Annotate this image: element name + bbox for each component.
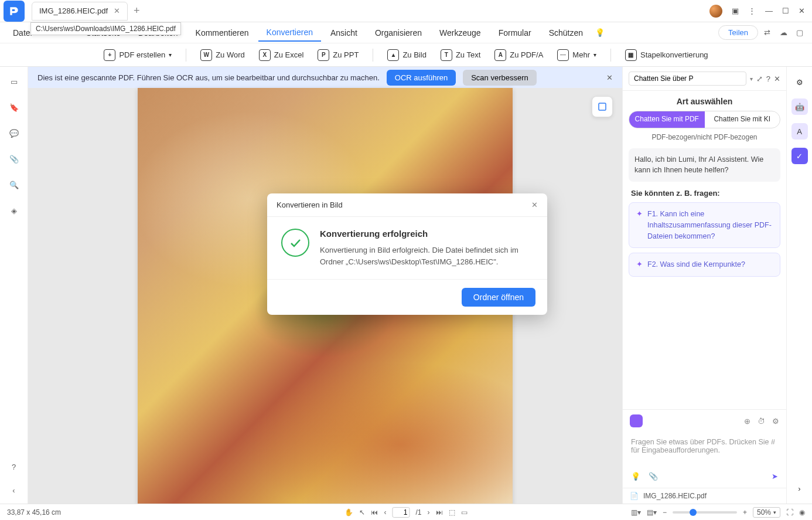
to-pdfa-tool[interactable]: AZu PDF/A: [494, 49, 543, 61]
menu-view[interactable]: Ansicht: [322, 25, 366, 41]
select-tool-icon[interactable]: ↖: [359, 508, 365, 516]
chat-pdf-toggle[interactable]: Chatten Sie mit PDF: [629, 111, 705, 128]
sparkle-icon: ✦: [636, 209, 643, 242]
menu-protect[interactable]: Schützen: [541, 25, 591, 41]
app-logo[interactable]: [4, 1, 25, 22]
window-maximize-icon[interactable]: ☐: [782, 6, 789, 15]
idea-icon[interactable]: 💡: [631, 472, 640, 481]
search-icon[interactable]: 🔍: [8, 178, 21, 191]
history-icon[interactable]: ⏱: [758, 417, 765, 426]
thumbnail-icon[interactable]: ▭: [8, 75, 21, 88]
expand-icon[interactable]: ⤢: [756, 74, 763, 83]
document-tab[interactable]: IMG_1286.HEIC.pdf ✕: [32, 2, 128, 21]
reading-mode-icon[interactable]: ◉: [799, 508, 805, 516]
ai-suggestion-1[interactable]: ✦F1. Kann ich eine Inhaltszusammenfassun…: [629, 202, 780, 248]
run-ocr-button[interactable]: OCR ausführen: [387, 70, 456, 86]
collapse-left-icon[interactable]: ‹: [8, 484, 21, 497]
fit-page-icon[interactable]: ⬚: [449, 508, 455, 516]
menu-organize[interactable]: Organisieren: [367, 25, 430, 41]
ai-search-input[interactable]: [629, 72, 746, 86]
first-page-icon[interactable]: ⏮: [371, 508, 378, 516]
window-close-icon[interactable]: ✕: [799, 6, 805, 15]
chevron-down-icon[interactable]: ▾: [750, 76, 753, 82]
menu-tools[interactable]: Werkzeuge: [431, 25, 489, 41]
ai-suggestion-2[interactable]: ✦F2. Was sind die Kernpunkte?: [629, 253, 780, 277]
ai-close-icon[interactable]: ✕: [774, 74, 780, 83]
convert-toolbar: +PDF erstellen▾ WZu Word XZu Excel PZu P…: [0, 43, 812, 67]
collapse-right-icon[interactable]: ›: [791, 480, 808, 497]
attach-icon[interactable]: 📎: [649, 472, 658, 481]
ocr-message: Dies ist eine gescannte PDF. Führen Sie …: [37, 73, 380, 82]
next-page-icon[interactable]: ›: [428, 508, 430, 516]
to-word-tool[interactable]: WZu Word: [200, 49, 245, 61]
user-avatar[interactable]: [709, 5, 722, 18]
attachment-icon[interactable]: 📎: [8, 152, 21, 165]
cloud-upload-icon[interactable]: ☁: [776, 25, 791, 40]
insert-icon[interactable]: ⊕: [744, 417, 750, 426]
share-network-icon[interactable]: ⇄: [759, 25, 775, 40]
conversion-success-dialog: Konvertieren in Bild ✕ Konvertierung erf…: [267, 193, 547, 315]
zoom-in-icon[interactable]: +: [743, 508, 747, 516]
fit-width-icon[interactable]: ▭: [461, 508, 468, 516]
create-pdf-tool[interactable]: +PDF erstellen▾: [104, 49, 172, 61]
page-number-input[interactable]: [392, 507, 410, 518]
view-mode-icon[interactable]: ▥▾: [631, 508, 641, 516]
to-ppt-tool[interactable]: PZu PPT: [318, 49, 359, 61]
layers-icon[interactable]: ◈: [8, 204, 21, 217]
ai-input-field[interactable]: Fragen Sie etwas über PDFs. Drücken Sie …: [623, 432, 786, 467]
last-page-icon[interactable]: ⏭: [436, 508, 443, 516]
ai-attached-file[interactable]: 📄 IMG_1286.HEIC.pdf: [623, 488, 786, 504]
ocr-banner: Dies ist eine gescannte PDF. Führen Sie …: [28, 67, 622, 88]
comment-icon[interactable]: 💬: [8, 127, 21, 140]
settings-icon[interactable]: ⚙: [772, 417, 779, 426]
right-sidebar: ⚙ 🤖 A ✓ ›: [786, 67, 812, 504]
share-button[interactable]: Teilen: [718, 25, 758, 40]
dialog-close-icon[interactable]: ✕: [531, 200, 538, 209]
hand-tool-icon[interactable]: ✋: [344, 508, 353, 516]
window-menu-icon[interactable]: ⋮: [748, 6, 756, 15]
window-minimize-icon[interactable]: —: [765, 6, 773, 15]
ai-translate-icon[interactable]: A: [791, 123, 808, 140]
menu-form[interactable]: Formular: [490, 25, 540, 41]
more-tool[interactable]: ⋯Mehr▾: [557, 49, 596, 61]
new-tab-button[interactable]: +: [134, 5, 140, 17]
ai-robot-icon[interactable]: 🤖: [791, 98, 808, 115]
ai-subtitle: PDF-bezogen/nicht PDF-bezogen: [623, 128, 786, 148]
close-banner-icon[interactable]: ✕: [606, 73, 613, 82]
ai-check-icon[interactable]: ✓: [791, 148, 808, 164]
success-check-icon: [281, 229, 309, 257]
help-icon[interactable]: ?: [8, 460, 21, 473]
to-image-tool[interactable]: ▲Zu Bild: [387, 49, 426, 61]
send-icon[interactable]: ➤: [772, 472, 778, 481]
layout-icon[interactable]: ▤▾: [647, 508, 657, 516]
open-folder-button[interactable]: Ordner öffnen: [462, 288, 535, 307]
menu-comment[interactable]: Kommentieren: [187, 25, 257, 41]
zoom-out-icon[interactable]: −: [663, 508, 667, 516]
toolbar-separator: [373, 49, 373, 62]
sparkle-icon: ✦: [636, 259, 643, 270]
statusbar: 33,87 x 45,16 cm ✋ ↖ ⏮ ‹ /1 › ⏭ ⬚ ▭ ▥▾ ▤…: [0, 504, 812, 520]
improve-scan-button[interactable]: Scan verbessern: [463, 70, 537, 86]
dialog-title: Konvertieren in Bild: [277, 200, 343, 209]
zoom-slider[interactable]: [673, 511, 737, 514]
fullscreen-icon[interactable]: ⛶: [786, 508, 793, 516]
ai-help-icon[interactable]: ?: [766, 74, 770, 83]
left-sidebar: ▭ 🔖 💬 📎 🔍 ◈ ? ‹: [0, 67, 28, 504]
to-text-tool[interactable]: TZu Text: [441, 49, 480, 61]
zoom-select[interactable]: 50%▾: [753, 507, 780, 518]
crop-tool-icon[interactable]: [592, 96, 613, 117]
menu-convert[interactable]: Konvertieren: [258, 24, 321, 42]
to-excel-tool[interactable]: XZu Excel: [259, 49, 304, 61]
bookmark-icon[interactable]: 🔖: [8, 101, 21, 114]
window-panel-icon[interactable]: ▣: [732, 6, 739, 15]
svg-rect-0: [599, 103, 606, 110]
prev-page-icon[interactable]: ‹: [384, 508, 386, 516]
chat-ki-toggle[interactable]: Chatten Sie mit KI: [705, 111, 780, 128]
lightbulb-icon[interactable]: 💡: [592, 25, 608, 40]
save-icon[interactable]: ▢: [792, 25, 807, 40]
file-path-tooltip: C:\Users\ws\Downloads\IMG_1286.HEIC.pdf: [30, 22, 181, 35]
sliders-icon[interactable]: ⚙: [791, 74, 808, 90]
tab-close-icon[interactable]: ✕: [114, 6, 120, 15]
batch-convert-tool[interactable]: ▦Stapelkonvertierung: [625, 49, 708, 61]
ai-context-icon[interactable]: [630, 414, 643, 427]
